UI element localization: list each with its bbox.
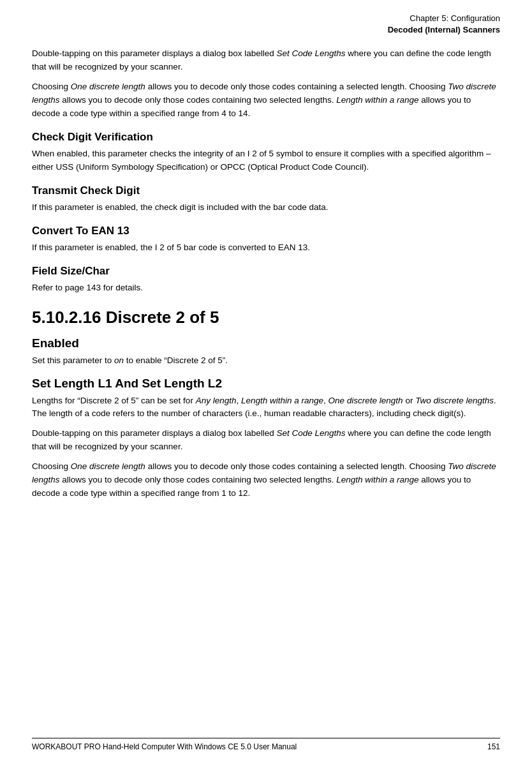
page-footer: WORKABOUT PRO Hand-Held Computer With Wi… xyxy=(32,738,500,751)
check-digit-heading: Check Digit Verification xyxy=(32,131,500,144)
italic-one-discrete2: One discrete length xyxy=(71,461,145,471)
intro-para2: Choosing One discrete length allows you … xyxy=(32,80,500,121)
enabled-body: Set this parameter to on to enable “Disc… xyxy=(32,354,500,368)
set-length-body3: Choosing One discrete length allows you … xyxy=(32,460,500,500)
convert-body: If this parameter is enabled, the I 2 of… xyxy=(32,241,500,255)
field-body: Refer to page 143 for details. xyxy=(32,281,500,295)
transmit-heading: Transmit Check Digit xyxy=(32,184,500,197)
set-length-body1: Lengths for “Discrete 2 of 5” can be set… xyxy=(32,394,500,421)
italic-two-discrete-lengths: Two discrete lengths xyxy=(415,396,494,405)
intro-para1: Double-tapping on this parameter display… xyxy=(32,47,500,74)
check-digit-body: When enabled, this parameter checks the … xyxy=(32,147,500,174)
italic-length-within-range: Length within a range xyxy=(241,396,323,405)
italic-one-discrete-length: One discrete length xyxy=(329,396,403,405)
enabled-heading: Enabled xyxy=(32,336,500,350)
convert-heading: Convert To EAN 13 xyxy=(32,225,500,237)
italic-length-range: Length within a range xyxy=(336,95,418,105)
italic-one-discrete: One discrete length xyxy=(71,82,145,91)
italic-on: on xyxy=(114,356,124,365)
italic-length-range2: Length within a range xyxy=(336,475,418,484)
transmit-body: If this parameter is enabled, the check … xyxy=(32,201,500,214)
set-length-body2: Double-tapping on this parameter display… xyxy=(32,427,500,454)
italic-set-code-lengths2: Set Code Lengths xyxy=(277,428,346,438)
header-chapter: Chapter 5: Configuration xyxy=(32,13,500,24)
italic-set-code-lengths: Set Code Lengths xyxy=(277,49,346,58)
major-heading: 5.10.2.16 Discrete 2 of 5 xyxy=(32,308,500,327)
footer-page-number: 151 xyxy=(487,742,500,751)
italic-any-length: Any length xyxy=(196,396,237,405)
field-heading: Field Size/Char xyxy=(32,265,500,278)
page-header: Chapter 5: Configuration Decoded (Intern… xyxy=(32,13,500,36)
set-length-heading: Set Length L1 And Set Length L2 xyxy=(32,377,500,391)
header-section: Decoded (Internal) Scanners xyxy=(32,24,500,36)
page-container: Chapter 5: Configuration Decoded (Intern… xyxy=(0,0,532,764)
footer-product: WORKABOUT PRO Hand-Held Computer With Wi… xyxy=(32,742,297,751)
